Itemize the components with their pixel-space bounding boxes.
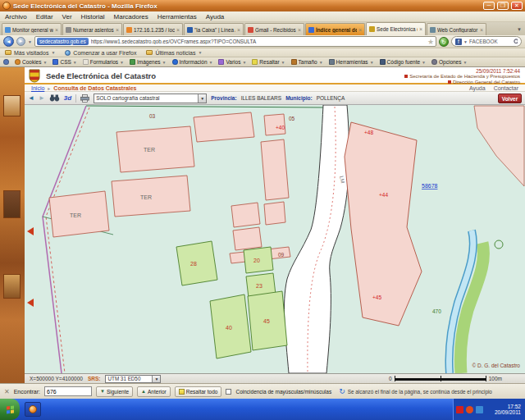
webdev-resaltar[interactable]: Resaltar▼ xyxy=(252,59,285,65)
binoculars-icon[interactable] xyxy=(49,94,60,102)
search-box[interactable]: f ▼ xyxy=(451,36,522,47)
tab-close-icon[interactable]: × xyxy=(55,27,58,33)
resize-icon xyxy=(291,59,297,65)
history-dropdown-icon[interactable]: ▼ xyxy=(28,39,32,44)
tab-monitor[interactable]: Monitor general w... × xyxy=(2,23,62,35)
search-engine-icon[interactable]: f xyxy=(455,39,462,45)
chevron-down-icon: ▼ xyxy=(370,60,374,65)
bullet-icon xyxy=(404,75,408,78)
map-back-arrow-icon[interactable]: ◄ xyxy=(28,94,34,103)
webdev-cookies[interactable]: Cookies▼ xyxy=(15,59,47,65)
print-icon[interactable] xyxy=(80,94,89,103)
menu-archivo[interactable]: Archivo xyxy=(5,13,27,21)
list-all-tabs-icon[interactable]: ▼ xyxy=(514,25,525,35)
tab-sede-catastro[interactable]: Sede Electrónica d... × xyxy=(366,22,426,35)
bookmark-star-icon[interactable]: ★ xyxy=(427,38,434,46)
webdev-herramientas[interactable]: Herramientas▼ xyxy=(329,59,374,65)
building-ter-1 xyxy=(116,126,194,172)
bookmark-mas-visitados[interactable]: Más visitados ▼ xyxy=(5,50,55,56)
volver-button[interactable]: Volver xyxy=(498,94,522,103)
url-text[interactable]: https://www1.sedecatastro.gob.es/OVCFram… xyxy=(91,39,425,44)
label-470: 470 xyxy=(432,308,441,314)
tab-close-icon[interactable]: × xyxy=(480,27,483,33)
parcel-number-link[interactable]: 58678 xyxy=(422,183,438,189)
webdev-formularios[interactable]: Formularios▼ xyxy=(83,59,124,65)
banner-image xyxy=(3,95,21,116)
catastro-page: Sede Electrónica del Catastro 25/09/2011… xyxy=(25,67,525,383)
municipio-label: Municipio: xyxy=(285,95,313,101)
tab-close-icon[interactable]: × xyxy=(237,27,240,33)
minimize-button[interactable]: ─ xyxy=(483,2,495,10)
back-button[interactable]: ◄ xyxy=(3,36,14,47)
bookmark-comenzar-firefox[interactable]: Comenzar a usar Firefox xyxy=(65,50,136,56)
chevron-down-icon: ▼ xyxy=(120,60,124,65)
find-next-button[interactable]: ▼ Siguiente xyxy=(96,386,133,397)
source-code-icon xyxy=(380,59,386,65)
map-forward-arrow-icon[interactable]: ► xyxy=(39,94,45,103)
tab-close-icon[interactable]: × xyxy=(419,26,422,32)
tray-clock[interactable]: 17:52 20/09/2011 xyxy=(495,404,523,416)
tab-gmail[interactable]: Gmail - Recibidos (... × xyxy=(244,23,304,35)
bookmark-ultimas-noticias[interactable]: Últimas noticias ▼ xyxy=(146,50,202,56)
tray-network-icon[interactable] xyxy=(476,406,483,413)
menu-historial[interactable]: Historial xyxy=(81,13,105,21)
parcel-green-28 xyxy=(176,241,217,285)
maximize-button[interactable]: ❐ xyxy=(497,2,509,10)
find-prev-button[interactable]: ▲ Anterior xyxy=(137,386,171,397)
tab-numerar[interactable]: Numerar asientos ... × xyxy=(62,23,122,35)
tab-local-ip[interactable]: 172.16.1.235 / local... × xyxy=(123,23,183,35)
menu-editar[interactable]: Editar xyxy=(36,13,53,21)
reload-button[interactable]: ↻ xyxy=(439,37,449,47)
menu-marcadores[interactable]: Marcadores xyxy=(114,13,148,21)
tab-lacaixa[interactable]: "la Caixa" | Línea A... × xyxy=(184,23,244,35)
match-case-checkbox[interactable] xyxy=(226,389,231,395)
help-link[interactable]: Ayuda xyxy=(469,85,486,91)
map-3d-button[interactable]: 3d xyxy=(64,94,71,102)
menu-ayuda[interactable]: Ayuda xyxy=(206,13,225,21)
tray-antivirus-icon[interactable] xyxy=(456,406,463,413)
start-button[interactable] xyxy=(0,399,20,420)
chevron-down-icon[interactable]: ▼ xyxy=(198,94,206,103)
layer-select[interactable]: SOLO cartografía catastral ▼ xyxy=(94,94,207,103)
url-bar[interactable]: sedecatastro.gob.es https://www1.sedecat… xyxy=(34,36,436,47)
breadcrumb-home-link[interactable]: Inicio xyxy=(31,85,44,91)
map-coordinates: X=500000 Y=4100000 xyxy=(30,376,83,381)
tab-indice-general[interactable]: Índice general del I... × xyxy=(305,23,365,35)
chevron-down-icon: ▼ xyxy=(162,60,167,65)
close-button[interactable]: ✕ xyxy=(511,2,523,10)
findbar-close-icon[interactable]: ✕ xyxy=(4,388,10,395)
contact-link[interactable]: Contactar xyxy=(494,85,518,91)
magnifier-icon[interactable] xyxy=(514,39,518,45)
search-input[interactable] xyxy=(469,39,512,44)
tab-close-icon[interactable]: × xyxy=(116,27,119,33)
label-ter-3: TER xyxy=(70,212,81,218)
forward-button[interactable]: ► xyxy=(16,37,25,46)
tray-alert-icon[interactable] xyxy=(466,406,473,413)
highlighter-icon xyxy=(179,389,185,395)
tab-close-icon[interactable]: × xyxy=(176,27,180,33)
label-28: 28 xyxy=(190,261,197,267)
chevron-down-icon[interactable]: ▼ xyxy=(152,376,160,382)
menu-herramientas[interactable]: Herramientas xyxy=(158,13,197,21)
webdev-opciones[interactable]: Opciones▼ xyxy=(431,59,467,65)
menu-ver[interactable]: Ver xyxy=(62,13,72,21)
webdev-tamano[interactable]: Tamaño▼ xyxy=(291,59,323,65)
cadastral-map[interactable]: TER TER TER 03 05 +40 +48 +44 +45 LM 09 … xyxy=(25,105,525,373)
map-copyright: © D. G. del Catastro xyxy=(472,363,520,368)
site-identity-chip[interactable]: sedecatastro.gob.es xyxy=(37,38,89,45)
tab-close-icon[interactable]: × xyxy=(298,27,301,33)
search-engine-dropdown-icon[interactable]: ▼ xyxy=(463,39,468,44)
webdev-css[interactable]: CSS▼ xyxy=(52,59,76,65)
webdev-informacion[interactable]: Información▼ xyxy=(172,59,213,65)
find-input[interactable] xyxy=(44,386,92,396)
taskbar-firefox-button[interactable] xyxy=(25,402,41,417)
tab-web-configurator[interactable]: Web Configurator × xyxy=(427,23,486,35)
highlight-all-button[interactable]: Resaltar todo xyxy=(175,386,222,397)
webdev-imagenes[interactable]: Imágenes▼ xyxy=(130,59,167,65)
webdev-codigo-fuente[interactable]: Código fuente▼ xyxy=(380,59,426,65)
tab-close-icon[interactable]: × xyxy=(358,27,362,33)
arrow-up-icon: ▲ xyxy=(141,389,146,394)
label-plus45: +45 xyxy=(372,294,381,300)
webdev-varios[interactable]: Varios▼ xyxy=(218,59,246,65)
srs-select[interactable]: UTM 31 ED50 ▼ xyxy=(105,375,161,383)
